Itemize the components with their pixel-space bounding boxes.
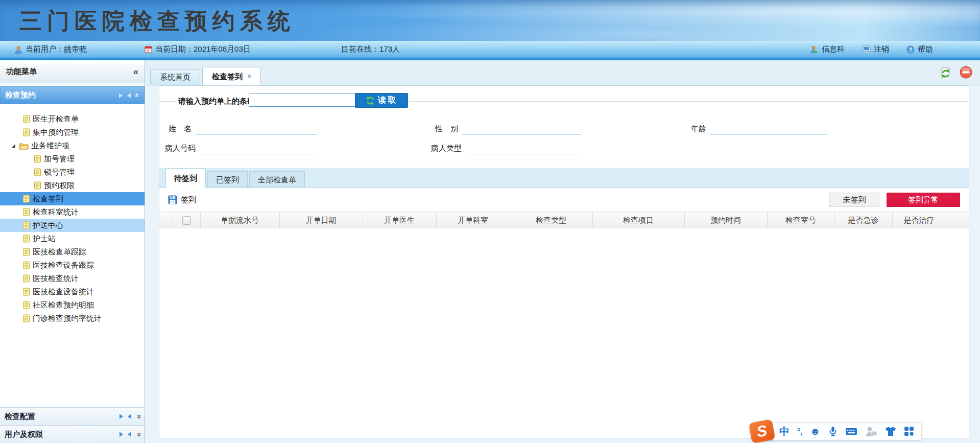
subtab-all-orders[interactable]: 全部检查单	[249, 171, 305, 188]
skin-icon[interactable]	[885, 426, 896, 436]
column-header[interactable]: 是否治疗	[892, 212, 946, 229]
column-header[interactable]: 开单医生	[363, 212, 436, 229]
tab-exam-checkin[interactable]: 检查签到 ×	[202, 67, 261, 85]
read-button[interactable]: 读取	[355, 93, 408, 108]
field-label: 病人类型	[431, 142, 466, 154]
expand-down-icon[interactable]: «	[133, 432, 142, 436]
expand-down-icon[interactable]: «	[133, 414, 142, 418]
checkin-table: 单据流水号开单日期开单医生开单科室检查类型检查项目预约时间检查室号是否急诊是否治…	[159, 212, 969, 229]
sidebar-item[interactable]: 检查科室统计	[0, 205, 145, 219]
select-all-checkbox[interactable]	[182, 216, 191, 225]
arrow-left-icon[interactable]	[128, 414, 131, 419]
panel-label: 检查配置	[5, 412, 35, 422]
person-arrow-icon	[810, 45, 819, 54]
current-date-label: 当前日期：2021年08月03日	[155, 44, 251, 54]
signin-button-label: 签到	[181, 195, 196, 205]
arrow-left-icon[interactable]	[128, 432, 131, 437]
voice-icon[interactable]	[828, 426, 838, 437]
barcode-label: 请输入预约单上的条码	[177, 96, 258, 106]
subtab-signed[interactable]: 已签到	[207, 171, 248, 188]
grid-toolbar: 签到 未签到 签到异常	[159, 188, 969, 212]
sidebar-item[interactable]: 社区检查预约明细	[0, 298, 145, 312]
sidebar-item[interactable]: 门诊检查预约率统计	[0, 312, 145, 325]
sidebar-item[interactable]: 护士站	[0, 232, 145, 245]
remove-circle-icon[interactable]	[959, 65, 973, 79]
sidebar-item[interactable]: 医技检查统计	[0, 272, 145, 285]
refresh-db-icon[interactable]	[939, 65, 952, 79]
column-header[interactable]: 单据流水号	[200, 212, 279, 229]
sidebar-item[interactable]: 医生开检查单	[0, 112, 145, 126]
column-header[interactable]: 开单科室	[436, 212, 510, 229]
arrow-right-icon[interactable]	[119, 414, 123, 419]
sidebar-item[interactable]: 集中预约管理	[0, 126, 145, 139]
sidebar-item[interactable]: 加号管理	[0, 152, 145, 166]
sidebar-item-label: 护送中心	[33, 221, 63, 230]
signin-abnormal-button[interactable]: 签到异常	[887, 193, 960, 207]
sogou-logo[interactable]: S	[749, 419, 775, 443]
current-user: 当前用户：姚帝晓	[14, 41, 87, 58]
tab-label: 系统首页	[160, 69, 190, 85]
panel-header-exam-booking[interactable]: 检查预约 «	[0, 86, 145, 104]
sidebar-item[interactable]: 医技检查设备跟踪	[0, 259, 145, 272]
sidebar-item[interactable]: 医技检查单跟踪	[0, 245, 145, 259]
tab-label: 检查签到	[212, 67, 243, 85]
screen: 三门医院检查预约系统 当前用户：姚帝晓 当前日期：2021年08月03日 目前在…	[0, 0, 980, 443]
row-number-column	[159, 212, 173, 229]
department-link[interactable]: 信息科	[810, 41, 845, 58]
emoji-icon[interactable]: ☻	[810, 426, 821, 436]
close-icon[interactable]: ×	[247, 67, 251, 85]
not-signed-legend-button[interactable]: 未签到	[829, 193, 879, 207]
sidebar-item-label: 医技检查设备统计	[33, 287, 94, 297]
column-header[interactable]: 预约时间	[684, 212, 767, 229]
sidebar-item[interactable]: 医技检查设备统计	[0, 285, 145, 298]
checkin-panel: 请输入预约单上的条码 读取 姓 名 性 别 年龄	[159, 85, 969, 438]
subtab-pending[interactable]: 待签到	[165, 168, 206, 188]
signin-button[interactable]: 签到	[168, 195, 196, 205]
app-header: 三门医院检查预约系统	[0, 0, 980, 41]
arrow-left-icon[interactable]	[127, 93, 131, 98]
select-all-column	[173, 212, 200, 229]
panel-header-exam-config[interactable]: 检查配置 «	[0, 407, 145, 425]
barcode-input[interactable]	[249, 94, 356, 107]
sidebar-item-label: 锁号管理	[44, 168, 75, 177]
sidebar-item[interactable]: 预约权限	[0, 179, 145, 192]
toolbox-icon[interactable]	[904, 426, 914, 436]
sidebar-menu: 医生开检查单集中预约管理业务维护项加号管理锁号管理预约权限检查签到检查科室统计护…	[0, 104, 145, 407]
sidebar-item-label: 医技检查设备跟踪	[33, 261, 94, 270]
sidebar-item[interactable]: 检查签到	[0, 192, 145, 205]
arrow-right-icon[interactable]	[119, 93, 123, 98]
panel-label: 检查预约	[5, 90, 36, 100]
ime-tray-panel: 中°,☻23	[770, 422, 922, 440]
folder-open-icon	[19, 142, 29, 150]
column-header[interactable]: 检查室号	[767, 212, 834, 229]
doc-icon	[22, 261, 30, 269]
column-header[interactable]: 开单日期	[279, 212, 363, 229]
expander-icon[interactable]	[11, 144, 16, 148]
arrow-right-icon[interactable]	[119, 432, 123, 437]
logout-link[interactable]: 注销	[862, 41, 889, 58]
punctuation-icon[interactable]: °,	[797, 427, 802, 436]
sidebar-item[interactable]: 锁号管理	[0, 166, 145, 179]
field-patient-type: 病人类型	[431, 142, 581, 154]
sidebar-item-label: 医生开检查单	[33, 114, 79, 124]
field-value-line	[462, 123, 581, 135]
help-icon: ?	[906, 45, 915, 54]
sidebar-item[interactable]: 护送中心	[0, 219, 145, 232]
online-count: 目前在线：173人	[341, 41, 400, 58]
column-header[interactable]: 是否急诊	[834, 212, 892, 229]
sidebar-item-label: 集中预约管理	[33, 128, 79, 137]
panel-header-users-permissions[interactable]: 用户及权限 «	[0, 425, 145, 443]
collapse-up-icon[interactable]: «	[133, 93, 141, 97]
sidebar-title: 功能菜单	[6, 67, 37, 77]
subtab-bar: 待签到 已签到 全部检查单	[159, 168, 969, 188]
keyboard-icon[interactable]	[845, 427, 857, 436]
sidebar-item-label: 护士站	[33, 234, 56, 244]
column-header[interactable]: 检查项目	[592, 212, 684, 229]
chinese-mode-icon[interactable]: 中	[779, 426, 790, 436]
sidebar-collapse-icon[interactable]: «	[133, 66, 138, 77]
user-id-icon[interactable]: 23	[865, 426, 877, 436]
help-link[interactable]: ? 帮助	[906, 41, 933, 58]
sidebar-item[interactable]: 业务维护项	[0, 139, 145, 152]
column-header[interactable]: 检查类型	[510, 212, 592, 229]
tab-home[interactable]: 系统首页	[150, 69, 200, 85]
